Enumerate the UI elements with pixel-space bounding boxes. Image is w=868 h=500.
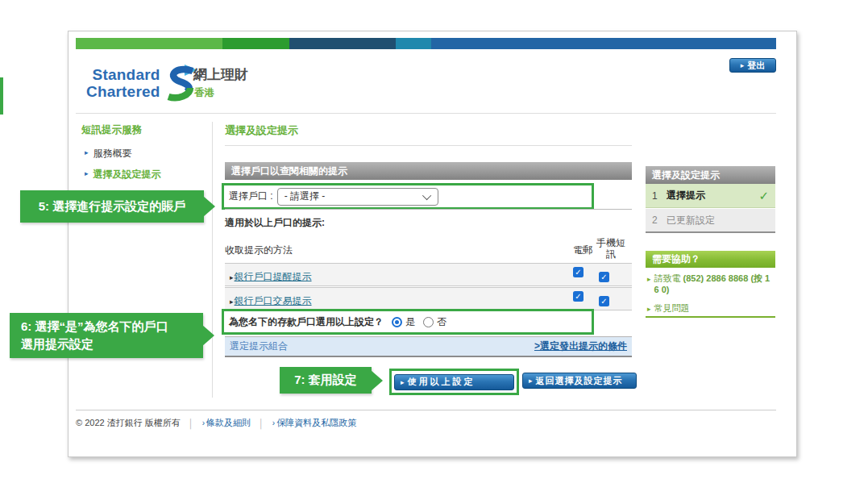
faq-label: 常見問題 xyxy=(654,302,690,314)
color-bar-segment xyxy=(222,38,289,49)
color-bar-segment xyxy=(396,38,431,49)
callout-line: 6: 選擇“是”為您名下的戶口 xyxy=(21,318,168,335)
apply-question-row-highlight: 為您名下的存款戶口選用以上設定？ 是 否 xyxy=(222,309,594,335)
alert-link-label: 銀行戶口交易提示 xyxy=(235,294,312,308)
terms-link[interactable]: › 條款及細則 xyxy=(202,417,251,429)
combo-label: 選定提示組合 xyxy=(230,340,288,353)
nav-item-label: 選擇及設定提示 xyxy=(93,168,161,181)
app-title: 網上理財 xyxy=(193,65,248,84)
screenshot-canvas: ▸ 登出 Standard Chartered 網上理財 香港 短訊提示服務 ▸… xyxy=(0,0,868,500)
apply-button-highlight: ▸ 使用以上設定 xyxy=(389,369,519,395)
logo-wordmark: Standard Chartered xyxy=(86,66,160,100)
steps-panel-bottom-border xyxy=(646,231,775,233)
row-divider xyxy=(225,209,632,210)
title-divider xyxy=(225,145,632,146)
left-nav-heading: 短訊提示服務 xyxy=(81,123,209,137)
alert-link-label: 銀行戶口提醒提示 xyxy=(235,270,312,284)
radio-no-label: 否 xyxy=(437,315,446,329)
sidebar-item-service-overview[interactable]: ▸ 服務概要 xyxy=(81,147,209,160)
privacy-link[interactable]: › 保障資料及私隱政策 xyxy=(272,417,356,429)
radio-yes-label: 是 xyxy=(405,315,415,329)
callout-line: 選用提示設定 xyxy=(21,335,168,353)
step-select-alerts: 1 選擇提示 ✓ xyxy=(646,184,775,208)
radio-yes[interactable] xyxy=(392,317,402,327)
sms-checkbox[interactable]: ✓ xyxy=(599,296,609,306)
select-account-label: 選擇戶口 : xyxy=(229,190,273,203)
sms-checkbox[interactable]: ✓ xyxy=(599,272,609,282)
standard-chartered-logo: Standard Chartered xyxy=(86,64,197,102)
step-settings-updated: 2 已更新設定 xyxy=(646,209,775,231)
logout-button[interactable]: ▸ 登出 xyxy=(729,58,776,73)
footer-divider xyxy=(76,410,776,410)
callout-text: 5: 選擇進行提示設定的賬戶 xyxy=(39,199,186,215)
arrow-icon: ▸ xyxy=(85,169,89,177)
header-divider xyxy=(76,113,776,114)
check-icon: ✓ xyxy=(758,189,769,203)
arrow-icon: ▸ xyxy=(401,378,405,386)
alerts-subtitle: 適用於以上戶口的提示: xyxy=(225,216,325,230)
arrow-icon: ▸ xyxy=(647,273,651,285)
sidebar-divider xyxy=(212,122,213,398)
arrow-icon: ▸ xyxy=(647,303,651,315)
cutoff-callout-sliver xyxy=(0,77,3,115)
bank-account-reminder-alert-link[interactable]: ▸ 銀行戶口提醒提示 xyxy=(230,270,312,284)
page-title: 選擇及設定提示 xyxy=(225,123,298,138)
arrow-icon: ▸ xyxy=(230,273,234,281)
chevron-down-icon xyxy=(422,190,431,199)
help-phone-text: 請致電 (852) 2886 8868 (按 1 6 0) xyxy=(654,273,775,295)
chevron-icon: › xyxy=(272,419,275,427)
brand-color-bar xyxy=(76,38,776,49)
table-row: ▸ 銀行戶口提醒提示 ✓ ✓ xyxy=(225,263,632,286)
phone-prefix: 請致電 xyxy=(654,273,683,283)
apply-settings-button[interactable]: ▸ 使用以上設定 xyxy=(394,374,514,390)
step-label: 已更新設定 xyxy=(667,214,715,227)
color-bar-segment xyxy=(76,38,222,49)
step-number: 1 xyxy=(652,190,667,202)
chevron-icon: › xyxy=(202,419,205,427)
account-panel-header: 選擇戶口以查閱相關的提示 xyxy=(225,162,632,180)
tutorial-callout-step7: 7: 套用設定 xyxy=(280,367,372,394)
bank-account-transaction-alert-link[interactable]: ▸ 銀行戶口交易提示 xyxy=(230,294,312,308)
banking-page: ▸ 登出 Standard Chartered 網上理財 香港 短訊提示服務 ▸… xyxy=(68,31,797,457)
help-phone-item[interactable]: ▸ 請致電 (852) 2886 8868 (按 1 6 0) xyxy=(646,273,775,295)
apply-button-label: 使用以上設定 xyxy=(408,376,476,388)
callout-text: 6: 選擇“是”為您名下的戶口 選用提示設定 xyxy=(21,318,168,353)
sms-column-header: 手機短訊 xyxy=(595,237,627,260)
sidebar-item-select-alerts[interactable]: ▸ 選擇及設定提示 xyxy=(81,168,209,181)
back-button-label: 返回選擇及設定提示 xyxy=(536,375,623,387)
callout-text: 7: 套用設定 xyxy=(294,373,357,388)
apply-question-text: 為您名下的存款戶口選用以上設定？ xyxy=(229,315,384,329)
logo-line2: Chartered xyxy=(86,83,160,100)
arrow-icon: ▸ xyxy=(529,377,533,385)
footer-separator: │ xyxy=(259,419,264,428)
logo-line1: Standard xyxy=(86,66,160,83)
back-to-select-alerts-button[interactable]: ▸ 返回選擇及設定提示 xyxy=(522,373,637,389)
selected-alert-combo-row: 選定提示組合 >選定發出提示的條件 xyxy=(225,336,632,357)
account-select-dropdown[interactable]: - 請選擇 - xyxy=(277,188,438,206)
footer-link-label: 保障資料及私隱政策 xyxy=(276,417,356,429)
table-row: ▸ 銀行戶口交易提示 ✓ ✓ xyxy=(225,287,632,310)
footer: © 2022 渣打銀行 版權所有 │ › 條款及細則 │ › 保障資料及私隱政策 xyxy=(76,417,356,429)
tutorial-callout-step6: 6: 選擇“是”為您名下的戶口 選用提示設定 xyxy=(10,313,203,358)
copyright-text: © 2022 渣打銀行 版權所有 xyxy=(76,417,181,429)
footer-link-label: 條款及細則 xyxy=(206,417,251,429)
arrow-icon: ▸ xyxy=(741,61,745,69)
account-select-row-highlight: 選擇戶口 : - 請選擇 - xyxy=(222,183,594,210)
arrow-icon: ▸ xyxy=(85,148,89,156)
step-label: 選擇提示 xyxy=(667,189,705,202)
tutorial-callout-step5: 5: 選擇進行提示設定的賬戶 xyxy=(20,190,204,223)
email-checkbox[interactable]: ✓ xyxy=(573,291,584,302)
help-panel-bottom-border xyxy=(646,316,775,318)
method-column-label: 收取提示的方法 xyxy=(225,244,293,257)
logout-label: 登出 xyxy=(747,60,765,72)
help-panel-header: 需要協助？ xyxy=(646,251,775,268)
selected-option: - 請選擇 - xyxy=(284,190,326,203)
nav-item-label: 服務概要 xyxy=(93,147,132,160)
region-label: 香港 xyxy=(194,86,214,100)
set-alert-conditions-link[interactable]: >選定發出提示的條件 xyxy=(534,340,627,353)
color-bar-segment xyxy=(431,38,776,49)
help-faq-link[interactable]: ▸ 常見問題 xyxy=(646,302,775,315)
email-checkbox[interactable]: ✓ xyxy=(573,267,584,277)
radio-no[interactable] xyxy=(423,317,434,327)
arrow-icon: ▸ xyxy=(230,298,234,306)
